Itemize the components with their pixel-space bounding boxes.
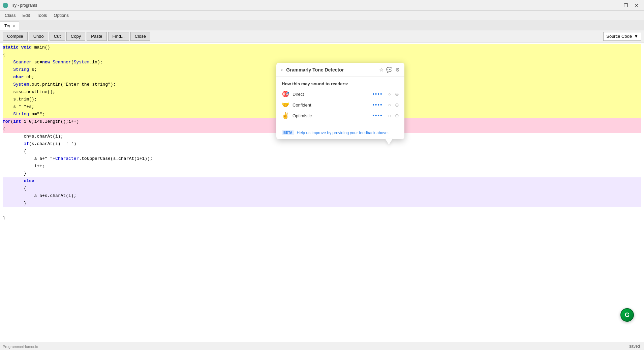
menu-options[interactable]: Options — [50, 11, 72, 19]
cut-button[interactable]: Cut — [50, 32, 65, 41]
close-button[interactable]: ✕ — [632, 1, 641, 9]
code-line — [3, 207, 641, 214]
grammarly-header: ‹ Grammarly Tone Detector ☆ 💬 ⚙ — [276, 63, 404, 77]
grammarly-tail — [386, 139, 392, 145]
tone-dots: •••• — [372, 91, 382, 97]
tone-dots: •••• — [372, 113, 382, 119]
copy-button[interactable]: Copy — [66, 32, 85, 41]
grammarly-title: Grammarly Tone Detector — [286, 67, 376, 72]
code-line: { — [3, 185, 641, 192]
tab-bar: Try × — [0, 20, 644, 30]
code-line: i++; — [3, 163, 641, 170]
minimize-button[interactable]: — — [610, 1, 620, 9]
maximize-button[interactable]: ❐ — [621, 1, 631, 9]
tone-check-icon[interactable]: ○ — [388, 91, 391, 97]
code-line: } — [3, 200, 641, 207]
grammarly-icons: ☆ 💬 ⚙ — [379, 67, 400, 73]
grammarly-popup: ‹ Grammarly Tone Detector ☆ 💬 ⚙ How this… — [276, 63, 404, 139]
code-line: { — [3, 148, 641, 155]
tone-label: Confident — [293, 103, 370, 108]
watermark-text: ProgrammerHumor.io — [3, 345, 38, 349]
close-editor-button[interactable]: Close — [130, 32, 150, 41]
menu-edit[interactable]: Edit — [19, 11, 33, 19]
code-line: if(s.charAt(i)==' ') — [3, 140, 641, 148]
compile-button[interactable]: Compile — [3, 32, 28, 41]
tone-minus-icon[interactable]: ⊖ — [395, 102, 399, 108]
code-line: } — [3, 170, 641, 177]
tone-emoji: 🤝 — [282, 101, 290, 109]
tone-dots: •••• — [372, 102, 382, 108]
find-button[interactable]: Find... — [108, 32, 129, 41]
tab-try[interactable]: Try × — [0, 21, 19, 30]
grammarly-star-button[interactable]: ☆ — [379, 67, 384, 73]
code-line: else — [3, 177, 641, 185]
beta-badge: BETA — [282, 130, 294, 135]
tone-label: Direct — [293, 92, 370, 97]
menu-bar: Class Edit Tools Options — [0, 11, 644, 20]
editor-area: static void main(){ Scanner sc=new Scann… — [0, 42, 644, 342]
grammarly-footer: BETA Help us improve by providing your f… — [276, 127, 404, 139]
grammarly-back-button[interactable]: ‹ — [281, 67, 283, 73]
source-code-label: Source Code — [606, 34, 632, 39]
code-line: a=a+s.charAt(i); — [3, 192, 641, 200]
code-line: { — [3, 51, 641, 59]
status-bar: saved — [0, 342, 644, 350]
tone-row: 🤝 Confident •••• ○ ⊖ — [282, 101, 399, 109]
tone-check-icon[interactable]: ○ — [388, 113, 391, 118]
tone-check-icon[interactable]: ○ — [388, 102, 391, 108]
watermark: ProgrammerHumor.io — [3, 345, 38, 349]
tone-minus-icon[interactable]: ⊖ — [395, 91, 399, 97]
grammarly-float-button[interactable]: G — [620, 308, 634, 322]
code-line: a=a+" "+Character.toUpperCase(s.charAt(i… — [3, 155, 641, 163]
title-bar-left: Try - programs — [3, 3, 37, 8]
grammarly-g-icon: G — [625, 312, 630, 319]
title-bar-controls: — ❐ ✕ — [610, 1, 641, 9]
code-line: static void main() — [3, 44, 641, 51]
menu-class[interactable]: Class — [1, 11, 19, 19]
source-code-dropdown[interactable]: Source Code ▼ — [603, 32, 641, 41]
menu-tools[interactable]: Tools — [33, 11, 50, 19]
code-line: } — [3, 214, 641, 222]
tone-emoji: ✌️ — [282, 112, 290, 119]
tab-label: Try — [4, 24, 10, 28]
tone-emoji: 🎯 — [282, 90, 290, 98]
grammarly-settings-button[interactable]: ⚙ — [395, 67, 400, 73]
tone-row: ✌️ Optimistic •••• ○ ⊖ — [282, 112, 399, 119]
tone-label: Optimistic — [293, 113, 370, 118]
tone-minus-icon[interactable]: ⊖ — [395, 113, 399, 118]
grammarly-body: How this may sound to readers: 🎯 Direct … — [276, 77, 404, 127]
grammarly-subtitle: How this may sound to readers: — [282, 81, 399, 86]
dropdown-arrow-icon: ▼ — [634, 34, 638, 39]
tone-row: 🎯 Direct •••• ○ ⊖ — [282, 90, 399, 98]
app-icon — [3, 3, 8, 8]
toolbar: Compile Undo Cut Copy Paste Find... Clos… — [0, 30, 644, 42]
paste-button[interactable]: Paste — [87, 32, 106, 41]
undo-button[interactable]: Undo — [29, 32, 48, 41]
grammarly-feedback-text: Help us improve by providing your feedba… — [297, 130, 389, 135]
grammarly-chat-button[interactable]: 💬 — [386, 67, 393, 73]
tab-close-icon[interactable]: × — [13, 24, 15, 28]
window-title: Try - programs — [11, 3, 37, 8]
title-bar: Try - programs — ❐ ✕ — [0, 0, 644, 11]
status-text: saved — [629, 344, 640, 349]
